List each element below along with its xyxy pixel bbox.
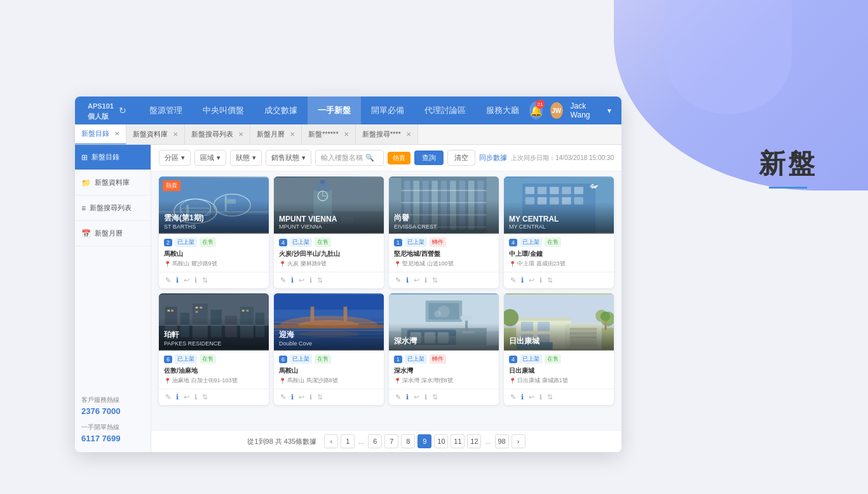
info-icon[interactable]: ℹ	[175, 392, 180, 403]
sort-icon[interactable]: ⇅	[316, 392, 324, 403]
property-card-yunhai[interactable]: 熱賣 雲海(第1期) ST BARTHS 2 已上架 在售	[159, 177, 269, 288]
nav-item-transaction[interactable]: 成交數據	[254, 97, 308, 124]
detail-icon[interactable]: ℹ	[538, 392, 543, 403]
card-location: 📍 油麻地 白加士街91-103號	[164, 377, 264, 385]
tab-close-icon[interactable]: ✕	[406, 131, 411, 138]
search-input-wrapper[interactable]: 輸入樓盤名稱 🔍	[315, 150, 384, 166]
user-dropdown-icon[interactable]: ▼	[606, 107, 613, 114]
tab-close-icon[interactable]: ✕	[238, 131, 243, 138]
detail-icon[interactable]: ℹ	[193, 392, 198, 403]
sort-icon[interactable]: ⇅	[546, 392, 554, 403]
detail-icon[interactable]: ℹ	[308, 275, 313, 286]
pagination-12[interactable]: 12	[467, 434, 481, 448]
card-overlay: MPUNT VIENNA MPUNT VIENNA	[274, 202, 384, 234]
card-actions: ✎ ℹ ↩ ℹ ⇅	[504, 389, 614, 405]
edit-icon[interactable]: ✎	[164, 392, 172, 403]
sort-icon[interactable]: ⇅	[546, 275, 554, 286]
detail-icon[interactable]: ℹ	[308, 392, 313, 403]
nav-item-disk-management[interactable]: 盤源管理	[139, 97, 193, 124]
property-card-paxuan[interactable]: 珀軒 PAPKES RESIDENCE 6 已上架 在售 佐敦/油麻地	[159, 293, 269, 405]
pagination-98[interactable]: 98	[495, 434, 509, 448]
info-icon[interactable]: ℹ	[290, 392, 295, 403]
pagination-10[interactable]: 10	[434, 434, 448, 448]
tab-starred-1[interactable]: 新盤****** ✕	[302, 124, 356, 145]
edit-icon[interactable]: ✎	[279, 275, 287, 286]
nav-item-open-order[interactable]: 開單必備	[361, 97, 414, 124]
tab-new-listings-catalog[interactable]: 新盤目錄 ✕	[75, 124, 126, 145]
edit-icon[interactable]: ✎	[164, 275, 172, 286]
clear-button[interactable]: 清空	[447, 150, 475, 166]
back-icon[interactable]: ↩	[412, 392, 421, 403]
nav-item-new-listings[interactable]: 一手新盤	[308, 97, 361, 124]
info-icon[interactable]: ℹ	[175, 275, 180, 286]
back-icon[interactable]: ↩	[527, 392, 536, 403]
edit-icon[interactable]: ✎	[509, 275, 517, 286]
pagination-next[interactable]: ›	[512, 434, 526, 448]
back-icon[interactable]: ↩	[527, 275, 536, 286]
edit-icon[interactable]: ✎	[394, 392, 402, 403]
sync-button[interactable]: 同步數據	[479, 153, 507, 163]
back-icon[interactable]: ↩	[412, 275, 421, 286]
back-icon[interactable]: ↩	[297, 392, 306, 403]
tab-close-icon[interactable]: ✕	[290, 131, 295, 138]
sort-icon[interactable]: ⇅	[431, 275, 439, 286]
property-card-mycentral[interactable]: MY CENTRAL MY CENTRAL 4 已上架 在售 中上環/金鐘	[504, 177, 614, 288]
info-icon[interactable]: ℹ	[520, 392, 525, 403]
pagination-7[interactable]: 7	[384, 434, 398, 448]
property-card-yinghai[interactable]: 迎海 Double Cove 6 已上架 在售 馬鞍山	[274, 293, 384, 405]
status-tag-selling: 在售	[315, 354, 331, 364]
card-overlay: 日出康城	[504, 323, 614, 350]
sidebar-item-search-list[interactable]: ≡ 新盤搜尋列表	[75, 196, 151, 221]
nav-item-service[interactable]: 服務大廳	[476, 97, 529, 124]
property-card-deepwater[interactable]: 深水灣 1 已上架 轉件 深水灣 📍	[389, 293, 499, 405]
pagination-6[interactable]: 6	[368, 434, 382, 448]
notification-button[interactable]: 🔔 21	[529, 102, 543, 119]
info-icon[interactable]: ℹ	[520, 275, 525, 286]
detail-icon[interactable]: ℹ	[538, 275, 543, 286]
back-icon[interactable]: ↩	[182, 275, 191, 286]
refresh-icon[interactable]: ↻	[119, 105, 126, 116]
sidebar-item-catalog[interactable]: ⊞ 新盤目錄	[75, 145, 151, 170]
hot-filter-button[interactable]: 熱賣	[388, 152, 410, 164]
info-icon[interactable]: ℹ	[405, 392, 410, 403]
detail-icon[interactable]: ℹ	[193, 275, 198, 286]
tab-close-icon[interactable]: ✕	[173, 131, 178, 138]
tab-starred-2[interactable]: 新盤搜尋**** ✕	[356, 124, 418, 145]
region-filter[interactable]: 區域 ▾	[194, 150, 226, 166]
status-filter[interactable]: 狀態 ▾	[230, 150, 262, 166]
tab-search-list[interactable]: 新盤搜尋列表 ✕	[185, 124, 250, 145]
back-icon[interactable]: ↩	[182, 392, 191, 403]
tab-calendar[interactable]: 新盤月曆 ✕	[250, 124, 302, 145]
property-card-vienna[interactable]: MPUNT VIENNA MPUNT VIENNA 4 已上架 在售 火炭/沙田…	[274, 177, 384, 288]
property-card-shangyu[interactable]: 尚譽 EIVISSA CREST 1 已上架 轉件 堅尼地城/西營盤	[389, 177, 499, 288]
nav-item-agent-forum[interactable]: 代理討論區	[414, 97, 476, 124]
sort-icon[interactable]: ⇅	[316, 275, 324, 286]
tab-close-icon[interactable]: ✕	[114, 130, 119, 137]
property-card-sunrise[interactable]: 日出康城 4 已上架 在售 日出康城	[504, 293, 614, 405]
pagination-8[interactable]: 8	[401, 434, 415, 448]
sales-filter[interactable]: 銷售狀態 ▾	[266, 150, 311, 166]
pagination-11[interactable]: 11	[451, 434, 465, 448]
nav-item-central-bid[interactable]: 中央叫價盤	[193, 97, 254, 124]
info-icon[interactable]: ℹ	[405, 275, 410, 286]
info-icon[interactable]: ℹ	[290, 275, 295, 286]
area-filter[interactable]: 分區 ▾	[159, 150, 191, 166]
sort-icon[interactable]: ⇅	[201, 275, 209, 286]
pagination-9[interactable]: 9	[417, 434, 431, 448]
sort-icon[interactable]: ⇅	[431, 392, 439, 403]
edit-icon[interactable]: ✎	[509, 392, 517, 403]
tab-close-icon[interactable]: ✕	[344, 131, 349, 138]
query-button[interactable]: 查詢	[414, 150, 444, 165]
detail-icon[interactable]: ℹ	[423, 392, 428, 403]
sidebar-item-database[interactable]: 📁 新盤資料庫	[75, 170, 151, 196]
back-icon[interactable]: ↩	[297, 275, 306, 286]
pagination-prev[interactable]: ‹	[324, 434, 338, 448]
edit-icon[interactable]: ✎	[394, 275, 402, 286]
detail-icon[interactable]: ℹ	[423, 275, 428, 286]
tab-new-listings-db[interactable]: 新盤資料庫 ✕	[126, 124, 185, 145]
sidebar-item-calendar[interactable]: 📅 新盤月曆	[75, 221, 151, 246]
sort-icon[interactable]: ⇅	[201, 392, 209, 403]
pagination-1[interactable]: 1	[341, 434, 355, 448]
edit-icon[interactable]: ✎	[279, 392, 287, 403]
status-num: 4	[279, 239, 287, 246]
